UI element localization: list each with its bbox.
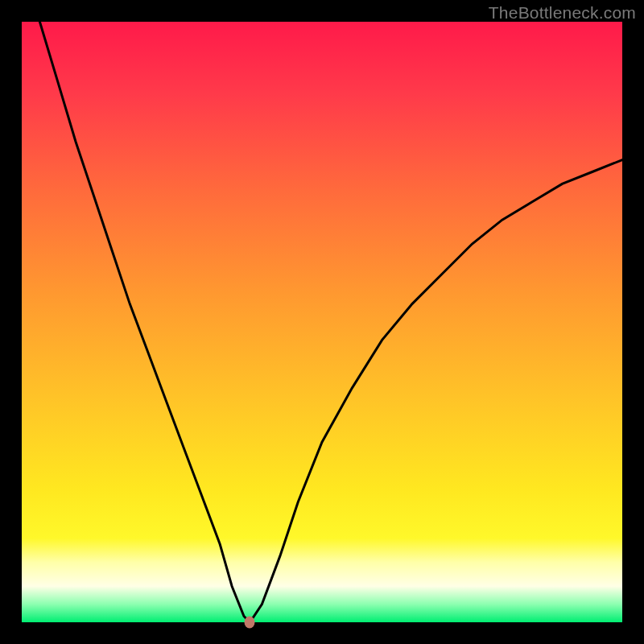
plot-area <box>22 22 622 622</box>
bottleneck-curve <box>39 22 622 622</box>
curve-svg <box>22 22 622 622</box>
chart-frame: TheBottleneck.com <box>0 0 644 644</box>
minimum-marker <box>245 617 255 629</box>
watermark-text: TheBottleneck.com <box>489 3 636 23</box>
